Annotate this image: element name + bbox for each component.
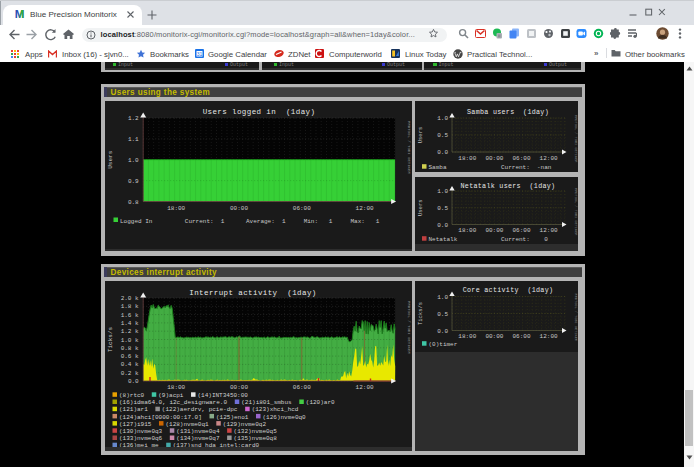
svg-text:Current: 0: Current: 0 <box>501 236 548 243</box>
svg-text:Ticks/s: Ticks/s <box>417 301 424 324</box>
svg-text:(131)nvme0q4: (131)nvme0q4 <box>176 427 220 434</box>
svg-text:Core activity (1day): Core activity (1day) <box>462 286 553 294</box>
svg-text:Netatalk: Netatalk <box>428 236 457 243</box>
svg-text:0.0: 0.0 <box>437 327 448 334</box>
svg-text:Users: Users <box>417 199 424 216</box>
svg-text:(127)i915: (127)i915 <box>119 420 152 427</box>
svg-text:1.0: 1.0 <box>437 188 448 195</box>
svg-text:(120)ar0: (120)ar0 <box>305 399 334 406</box>
svg-text:18:00: 18:00 <box>167 205 185 212</box>
svg-text:(121)ar1: (121)ar1 <box>119 406 148 413</box>
svg-text:0.9: 0.9 <box>127 177 138 184</box>
svg-text:06:00: 06:00 <box>292 205 310 212</box>
svg-text:0.5: 0.5 <box>437 204 448 211</box>
svg-text:RRDTOOL / TOBI OETIKER: RRDTOOL / TOBI OETIKER <box>574 293 578 341</box>
svg-text:(9)acpi: (9)acpi <box>158 391 184 398</box>
svg-text:(125)eno1: (125)eno1 <box>216 413 249 420</box>
svg-text:1.2: 1.2 <box>127 115 138 122</box>
svg-text:(8)rtc0: (8)rtc0 <box>119 391 145 398</box>
svg-text:06:00: 06:00 <box>292 383 310 390</box>
svg-text:(132)nvme0q5: (132)nvme0q5 <box>233 427 277 434</box>
svg-text:12:00: 12:00 <box>539 155 557 162</box>
svg-text:06:00: 06:00 <box>512 226 530 233</box>
svg-text:31: 31 <box>197 51 203 57</box>
svg-text:Users: Users <box>107 150 114 168</box>
svg-text:(122)aerdrv, pcie-dpc: (122)aerdrv, pcie-dpc <box>161 406 237 413</box>
svg-text:(130)nvme0q3: (130)nvme0q3 <box>119 427 163 434</box>
svg-text:0.0: 0.0 <box>437 149 448 156</box>
svg-text:1.6 k: 1.6 k <box>120 311 138 318</box>
svg-text:0.6 k: 0.6 k <box>120 353 138 360</box>
svg-text:1.0 k: 1.0 k <box>120 336 138 343</box>
svg-text:(133)nvme0q6: (133)nvme0q6 <box>119 435 163 442</box>
svg-text:18:00: 18:00 <box>458 226 476 233</box>
svg-text:00:00: 00:00 <box>485 155 503 162</box>
svg-text:00:00: 00:00 <box>229 205 247 212</box>
svg-text:06:00: 06:00 <box>512 332 530 339</box>
svg-text:00:00: 00:00 <box>485 226 503 233</box>
svg-text:06:00: 06:00 <box>512 155 530 162</box>
svg-text:1.0: 1.0 <box>437 293 448 300</box>
svg-text:(135)nvme0q8: (135)nvme0q8 <box>233 435 277 442</box>
svg-text:RRDTOOL / TOBI OETIKER: RRDTOOL / TOBI OETIKER <box>407 121 411 174</box>
svg-text:Users: Users <box>417 126 424 143</box>
svg-text:12:00: 12:00 <box>539 226 557 233</box>
svg-text:Samba users (1day): Samba users (1day) <box>467 107 549 115</box>
svg-text:1.1: 1.1 <box>127 135 138 142</box>
svg-text:1.8 k: 1.8 k <box>120 303 138 310</box>
svg-text:Interrupt activity (1day): Interrupt activity (1day) <box>189 288 316 296</box>
svg-text:Samba: Samba <box>428 164 446 171</box>
svg-text:12:00: 12:00 <box>355 205 373 212</box>
svg-text:1.4 k: 1.4 k <box>120 319 138 326</box>
svg-text:1.0: 1.0 <box>127 156 138 163</box>
svg-text:0.5: 0.5 <box>437 132 448 139</box>
svg-text:1.2 k: 1.2 k <box>120 328 138 335</box>
svg-text:0.4 k: 0.4 k <box>120 361 138 368</box>
svg-text:1.0: 1.0 <box>437 115 448 122</box>
svg-text:(129)nvme0q2: (129)nvme0q2 <box>222 420 266 427</box>
svg-text:(134)nvme0q7: (134)nvme0q7 <box>176 435 220 442</box>
svg-text:Current: -nan: Current: -nan <box>501 164 552 171</box>
svg-text:Logged In Current: 1: Logged In Current: 1 Average: 1 Min: 1 M… <box>120 217 380 224</box>
svg-text:(14)INT3450:00: (14)INT3450:00 <box>197 391 248 398</box>
svg-text:00:00: 00:00 <box>485 332 503 339</box>
svg-text:RRDTOOL / TOBI OETIKER: RRDTOOL / TOBI OETIKER <box>407 301 411 354</box>
svg-text:0.2 k: 0.2 k <box>120 369 138 376</box>
svg-text:(16)idma64.0, i2c_designware.0: (16)idma64.0, i2c_designware.0 <box>119 399 227 406</box>
svg-text:2.0 k: 2.0 k <box>120 295 138 302</box>
svg-text:Netatalk users (1day): Netatalk users (1day) <box>460 181 555 189</box>
svg-text:0.5: 0.5 <box>437 310 448 317</box>
svg-text:(126)nvme0q0: (126)nvme0q0 <box>262 413 306 420</box>
svg-text:(128)nvme0q1: (128)nvme0q1 <box>165 420 209 427</box>
svg-text:(21)i801_smbus: (21)i801_smbus <box>241 399 292 406</box>
svg-text:(0)timer: (0)timer <box>428 341 457 348</box>
svg-text:Users logged in (1day): Users logged in (1day) <box>202 108 315 116</box>
svg-text:00:00: 00:00 <box>229 383 247 390</box>
svg-text:(124)ahci[0000:00:17.0]: (124)ahci[0000:00:17.0] <box>119 413 202 420</box>
svg-text:12:00: 12:00 <box>355 383 373 390</box>
svg-text:18:00: 18:00 <box>167 383 185 390</box>
svg-text:18:00: 18:00 <box>458 332 476 339</box>
svg-text:RRDTOOL / TOBI OETIKER: RRDTOOL / TOBI OETIKER <box>574 115 578 163</box>
svg-text:(123)xhci_hcd: (123)xhci_hcd <box>251 406 298 413</box>
svg-text:0.0: 0.0 <box>437 221 448 228</box>
svg-text:RRDTOOL / TOBI OETIKER: RRDTOOL / TOBI OETIKER <box>574 188 578 236</box>
svg-text:0.8 k: 0.8 k <box>120 344 138 351</box>
svg-text:0.0: 0.0 <box>127 378 138 385</box>
svg-text:18:00: 18:00 <box>458 155 476 162</box>
svg-text:0.8: 0.8 <box>127 198 138 205</box>
svg-text:Ticks/s: Ticks/s <box>106 326 113 352</box>
svg-text:12:00: 12:00 <box>539 332 557 339</box>
